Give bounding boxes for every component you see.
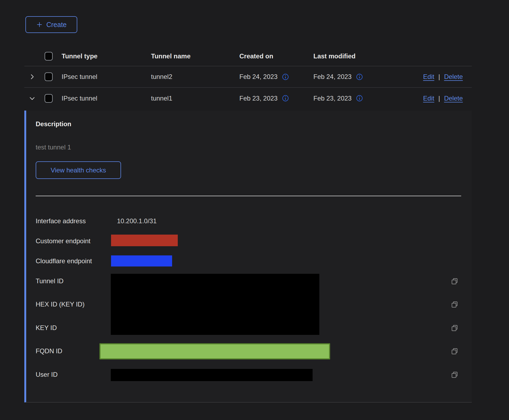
panel-divider bbox=[36, 196, 461, 196]
actions-separator: | bbox=[438, 73, 440, 81]
chevron-down-icon[interactable] bbox=[29, 95, 36, 102]
table-row: IPsec tunnel tunnel2 Feb 24, 2023 Feb 24… bbox=[24, 66, 472, 88]
select-all-checkbox[interactable] bbox=[45, 52, 53, 61]
cloudflare-endpoint-label: Cloudflare endpoint bbox=[36, 257, 92, 265]
copy-tunnel-id-icon[interactable] bbox=[451, 277, 458, 285]
create-button-label: Create bbox=[46, 21, 66, 29]
hex-id-label: HEX ID (KEY ID) bbox=[36, 301, 85, 308]
row-checkbox[interactable] bbox=[45, 72, 53, 81]
header-tunnel-name: Tunnel name bbox=[151, 52, 239, 60]
tunnel-detail-panel: Description test tunnel 1 View health ch… bbox=[24, 111, 472, 402]
tunnel-name-value: tunnel2 bbox=[151, 73, 239, 81]
fqdn-id-label: FQDN ID bbox=[36, 347, 62, 355]
edit-link[interactable]: Edit bbox=[423, 95, 434, 102]
interface-address-label: Interface address bbox=[36, 217, 86, 225]
created-on-value: Feb 24, 2023 bbox=[239, 73, 277, 81]
description-value: test tunnel 1 bbox=[36, 144, 71, 151]
delete-link[interactable]: Delete bbox=[444, 95, 463, 102]
created-on-value: Feb 23, 2023 bbox=[239, 95, 277, 102]
info-icon[interactable] bbox=[356, 95, 363, 102]
user-id-redacted-value bbox=[111, 369, 313, 381]
tunnel-id-label: Tunnel ID bbox=[36, 277, 63, 285]
table-row: IPsec tunnel tunnel1 Feb 23, 2023 Feb 23… bbox=[24, 88, 472, 109]
actions-separator: | bbox=[438, 95, 440, 102]
fqdn-id-redacted-value bbox=[99, 343, 330, 359]
cloudflare-endpoint-redacted-value bbox=[111, 255, 172, 266]
create-button[interactable]: Create bbox=[25, 16, 77, 33]
copy-key-id-icon[interactable] bbox=[451, 324, 458, 332]
view-health-checks-label: View health checks bbox=[51, 166, 106, 174]
user-id-label: User ID bbox=[36, 371, 58, 378]
view-health-checks-button[interactable]: View health checks bbox=[36, 161, 121, 179]
ids-redacted-value bbox=[111, 274, 319, 335]
copy-hex-id-icon[interactable] bbox=[451, 301, 458, 308]
info-icon[interactable] bbox=[282, 73, 289, 81]
tunnel-type-value: IPsec tunnel bbox=[62, 73, 151, 81]
tunnel-name-value: tunnel1 bbox=[151, 95, 239, 102]
tunnel-type-value: IPsec tunnel bbox=[62, 95, 151, 102]
description-label: Description bbox=[36, 120, 71, 128]
chevron-right-icon[interactable] bbox=[29, 73, 36, 80]
last-modified-value: Feb 23, 2023 bbox=[313, 95, 351, 102]
tunnels-table: Tunnel type Tunnel name Created on Last … bbox=[24, 46, 472, 109]
delete-link[interactable]: Delete bbox=[444, 73, 463, 81]
header-tunnel-type: Tunnel type bbox=[62, 52, 151, 60]
header-last-modified: Last modified bbox=[313, 52, 403, 60]
plus-icon bbox=[36, 21, 43, 28]
info-icon[interactable] bbox=[282, 95, 289, 102]
copy-user-id-icon[interactable] bbox=[451, 371, 458, 379]
info-icon[interactable] bbox=[356, 73, 363, 81]
copy-fqdn-id-icon[interactable] bbox=[451, 347, 458, 355]
table-header-row: Tunnel type Tunnel name Created on Last … bbox=[24, 46, 472, 66]
customer-endpoint-redacted-value bbox=[111, 235, 178, 246]
tunnels-page: Create Tunnel type Tunnel name Created o… bbox=[0, 0, 509, 420]
interface-address-value: 10.200.1.0/31 bbox=[117, 217, 157, 225]
header-created-on: Created on bbox=[239, 52, 313, 60]
customer-endpoint-label: Customer endpoint bbox=[36, 237, 91, 245]
edit-link[interactable]: Edit bbox=[423, 73, 434, 81]
row-checkbox[interactable] bbox=[45, 94, 53, 103]
last-modified-value: Feb 24, 2023 bbox=[313, 73, 351, 81]
key-id-label: KEY ID bbox=[36, 324, 57, 332]
